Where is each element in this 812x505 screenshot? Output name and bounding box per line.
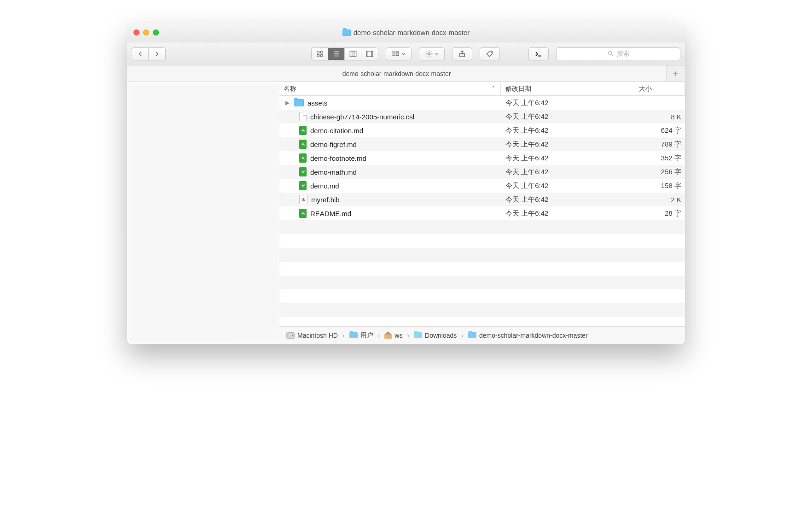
sidebar[interactable] — [127, 82, 279, 344]
back-button[interactable] — [132, 48, 149, 60]
file-row[interactable]: demo-footnote.md今天 上午6:42352 字 — [279, 151, 685, 165]
file-name-label: myref.bib — [311, 196, 340, 204]
file-row[interactable]: myref.bib今天 上午6:422 K — [279, 193, 685, 206]
empty-row — [279, 276, 685, 289]
traffic-lights — [133, 29, 159, 35]
svg-rect-6 — [393, 51, 395, 53]
chevron-down-icon — [402, 53, 406, 55]
new-tab-button[interactable]: ＋ — [667, 65, 685, 82]
file-name-cell: demo-figref.md — [279, 140, 501, 149]
empty-row — [279, 303, 685, 317]
file-list-pane: 名称 ˄ 修改日期 大小 ▶assets今天 上午6:42chinese-gb7… — [279, 82, 685, 344]
file-size-cell: 256 字 — [634, 168, 685, 176]
grid-icon — [316, 50, 324, 58]
path-seg-downloads[interactable]: Downloads — [414, 332, 457, 339]
file-name-cell: ▶assets — [279, 99, 501, 107]
column-size-label: 大小 — [639, 85, 652, 93]
view-mode-switcher — [311, 47, 378, 60]
plus-icon: ＋ — [671, 67, 680, 80]
chevron-right-icon — [153, 50, 161, 58]
view-list-button[interactable] — [328, 48, 345, 60]
home-icon — [384, 332, 392, 339]
md-icon — [299, 140, 307, 149]
svg-point-12 — [491, 52, 492, 53]
column-header-name[interactable]: 名称 ˄ — [279, 82, 501, 95]
minimize-button[interactable] — [143, 29, 149, 35]
chevron-right-icon: › — [459, 332, 465, 339]
list-icon — [332, 50, 341, 58]
file-size-cell: 158 字 — [634, 182, 685, 190]
folder-icon — [349, 332, 358, 338]
zoom-button[interactable] — [153, 29, 159, 35]
path-label: ws — [394, 332, 402, 339]
share-button[interactable] — [452, 47, 472, 60]
path-seg-users[interactable]: 用户 — [349, 331, 373, 340]
view-gallery-button[interactable] — [361, 48, 378, 60]
view-column-button[interactable] — [345, 48, 361, 60]
file-name-label: demo-citation.md — [310, 127, 363, 135]
svg-rect-3 — [320, 54, 323, 57]
sort-ascending-icon: ˄ — [492, 86, 495, 92]
file-size-cell: 2 K — [634, 196, 685, 204]
svg-rect-9 — [396, 54, 399, 56]
window-title-text: demo-scholar-markdown-docx-master — [354, 29, 470, 36]
svg-rect-4 — [350, 51, 356, 57]
view-icon-button[interactable] — [312, 48, 328, 60]
column-header-size[interactable]: 大小 — [634, 82, 685, 95]
tags-button[interactable] — [480, 47, 500, 60]
file-row[interactable]: demo.md今天 上午6:42158 字 — [279, 179, 685, 193]
file-date-cell: 今天 上午6:42 — [501, 182, 634, 190]
disclosure-triangle-icon[interactable]: ▶ — [284, 100, 290, 106]
file-name-label: demo-figref.md — [310, 141, 357, 148]
forward-button[interactable] — [149, 48, 165, 60]
svg-rect-2 — [317, 54, 319, 57]
file-date-cell: 今天 上午6:42 — [501, 168, 634, 176]
file-date-cell: 今天 上午6:42 — [501, 126, 634, 135]
arrange-button[interactable] — [386, 47, 412, 60]
search-placeholder: 搜索 — [617, 50, 630, 58]
file-name-cell: README.md — [279, 209, 501, 218]
file-row[interactable]: README.md今天 上午6:4228 字 — [279, 206, 685, 220]
path-seg-home[interactable]: ws — [384, 332, 402, 339]
file-size-cell: 789 字 — [634, 140, 685, 149]
path-seg-disk[interactable]: Macintosh HD — [286, 332, 338, 339]
window-title: demo-scholar-markdown-docx-master — [127, 29, 685, 36]
folder-icon — [414, 332, 422, 338]
md-icon — [299, 181, 307, 190]
path-seg-current[interactable]: demo-scholar-markdown-docx-master — [468, 332, 588, 339]
terminal-button[interactable] — [528, 47, 549, 60]
file-row[interactable]: chinese-gb7714-2005-numeric.csl今天 上午6:42… — [279, 110, 685, 123]
file-name-label: demo.md — [310, 182, 339, 190]
tab-bar: demo-scholar-markdown-docx-master ＋ — [127, 65, 685, 82]
nav-back-forward — [132, 47, 166, 60]
md-icon — [299, 153, 307, 163]
file-date-cell: 今天 上午6:42 — [501, 99, 634, 107]
file-rows: ▶assets今天 上午6:42chinese-gb7714-2005-nume… — [279, 96, 685, 326]
file-name-label: demo-math.md — [310, 168, 357, 176]
file-row[interactable]: demo-citation.md今天 上午6:42624 字 — [279, 123, 685, 137]
svg-rect-8 — [396, 51, 399, 53]
path-label: demo-scholar-markdown-docx-master — [479, 332, 588, 339]
tab-current[interactable]: demo-scholar-markdown-docx-master — [127, 65, 667, 82]
chevron-right-icon: › — [341, 332, 347, 339]
path-label: 用户 — [360, 331, 373, 340]
file-row[interactable]: demo-math.md今天 上午6:42256 字 — [279, 165, 685, 179]
column-header-date[interactable]: 修改日期 — [501, 82, 634, 95]
file-size-cell: 8 K — [634, 113, 685, 121]
file-name-cell: demo.md — [279, 181, 501, 190]
search-input[interactable]: 搜索 — [556, 47, 680, 60]
action-button[interactable] — [419, 47, 445, 60]
file-row[interactable]: demo-figref.md今天 上午6:42789 字 — [279, 137, 685, 151]
empty-row — [279, 248, 685, 262]
content-area: 名称 ˄ 修改日期 大小 ▶assets今天 上午6:42chinese-gb7… — [127, 82, 685, 344]
columns-icon — [349, 50, 357, 58]
file-row[interactable]: ▶assets今天 上午6:42 — [279, 96, 685, 110]
svg-rect-7 — [393, 54, 395, 56]
path-bar: Macintosh HD › 用户 › ws › Downloads › — [279, 326, 685, 344]
file-date-cell: 今天 上午6:42 — [501, 195, 634, 204]
arrange-icon — [392, 50, 400, 58]
tag-icon — [486, 50, 494, 58]
md-icon — [299, 209, 307, 218]
close-button[interactable] — [133, 29, 139, 35]
svg-rect-5 — [366, 51, 373, 57]
